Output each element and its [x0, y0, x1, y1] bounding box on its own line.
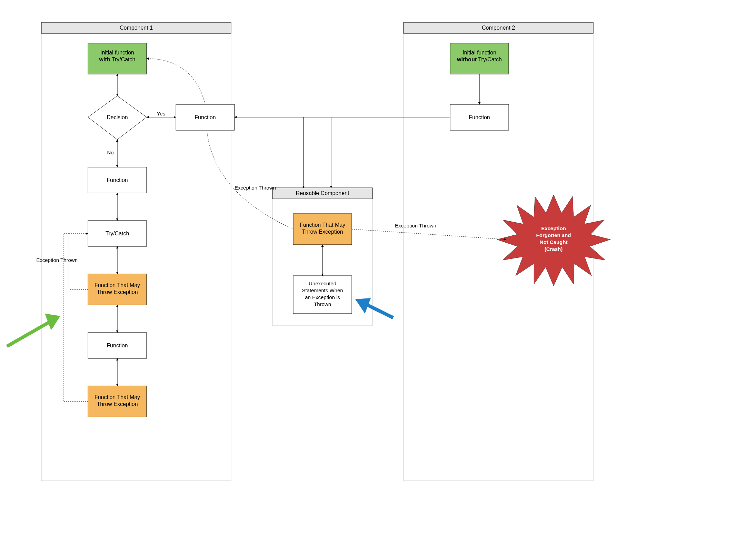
re-unexec-l1: Unexecuted	[309, 281, 336, 286]
c1-func-no-label: Function	[107, 177, 128, 183]
c1-fmay2-l2: Throw Exception	[97, 401, 138, 407]
re-fmay-l1: Function That May	[300, 222, 345, 228]
edge-exception-label-left: Exception Thrown	[36, 257, 78, 263]
c1-start-line2: with Try/Catch	[99, 57, 136, 62]
c1-trycatch-label: Try/Catch	[106, 231, 129, 236]
flowchart-canvas: Component 1 Initial function with Try/Ca…	[0, 0, 745, 560]
c1-func-right-label: Function	[195, 114, 216, 120]
c1-trycatch-node: Try/Catch	[88, 221, 147, 246]
re-fmay-l2: Throw Exception	[302, 229, 343, 235]
c2-function-node: Function	[450, 104, 509, 130]
c1-fmay1-node: Function That May Throw Exception	[88, 274, 147, 305]
edge-exception-label-right: Exception Thrown	[395, 223, 436, 228]
c1-start-node: Initial function with Try/Catch	[88, 43, 147, 74]
crash-l3: Not Caught	[540, 239, 568, 245]
c1-fmay2-node: Function That May Throw Exception	[88, 386, 147, 417]
edge-refmay-funcright-dotted	[207, 131, 293, 229]
edge-yes-label: Yes	[157, 111, 165, 116]
re-unexec-l2: Statements When	[302, 287, 343, 293]
re-unexec-l3: an Exception is	[305, 294, 340, 300]
crash-l2: Forgotten and	[536, 232, 571, 238]
c1-function-right-node: Function	[176, 104, 235, 130]
c1-function2-node: Function	[88, 333, 147, 358]
c1-decision-node: Decision	[88, 96, 147, 140]
edge-refmay-crash-dotted	[352, 229, 506, 240]
c2-start-node: Initial function without Try/Catch	[450, 43, 509, 74]
c2-func-label: Function	[469, 114, 490, 120]
c1-start-line1: Initial function	[100, 50, 134, 55]
edge-exception-label-mid: Exception Thrown	[235, 185, 276, 191]
c1-fmay2-l1: Function That May	[95, 394, 140, 400]
c2-start-line2: without Try/Catch	[457, 57, 502, 62]
edge-no-label: No	[107, 150, 113, 155]
c1-fmay1-l2: Throw Exception	[97, 289, 138, 295]
component1-title: Component 1	[120, 25, 153, 31]
re-unexec-l4: Thrown	[314, 301, 331, 307]
svg-line-19	[7, 319, 55, 346]
blue-arrow-annotation	[355, 298, 393, 318]
c1-fmay1-l1: Function That May	[95, 282, 140, 288]
green-arrow-annotation	[7, 314, 60, 346]
edge-funcright-start-dotted	[147, 59, 205, 104]
component2-title: Component 2	[482, 25, 515, 31]
re-unexec-node: Unexecuted Statements When an Exception …	[293, 276, 352, 314]
c1-func2-label: Function	[107, 343, 128, 348]
reusable-title: Reusable Component	[296, 190, 349, 196]
crash-l1: Exception	[541, 225, 566, 231]
c1-decision-label: Decision	[107, 114, 128, 120]
c1-function-no-node: Function	[88, 167, 147, 193]
c2-start-line1: Initial function	[463, 50, 496, 55]
crash-l4: (Crash)	[545, 246, 563, 252]
re-fmay-node: Function That May Throw Exception	[293, 214, 352, 245]
